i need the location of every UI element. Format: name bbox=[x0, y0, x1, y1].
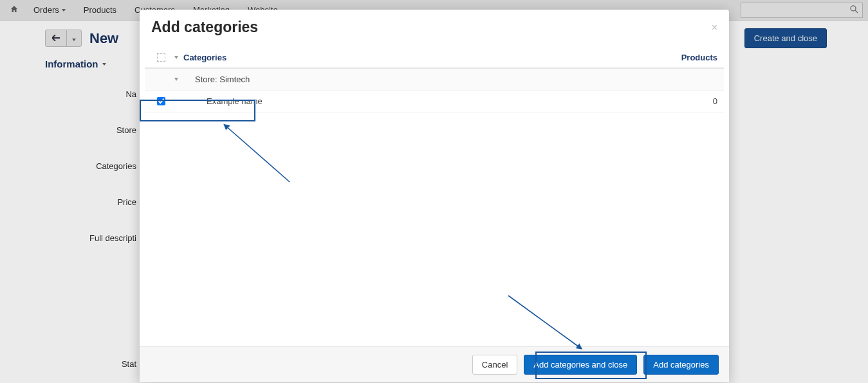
category-product-count: 0 bbox=[660, 96, 717, 106]
category-checkbox[interactable] bbox=[157, 97, 165, 105]
col-products: Products bbox=[660, 53, 717, 62]
store-name: Store: Simtech bbox=[182, 75, 660, 84]
checkbox-icon bbox=[157, 53, 165, 62]
category-name: Example name bbox=[182, 96, 660, 106]
add-categories-and-close-button[interactable]: Add categories and close bbox=[524, 355, 637, 375]
select-all-checkbox[interactable] bbox=[151, 53, 171, 62]
modal-footer: Cancel Add categories and close Add cate… bbox=[140, 346, 729, 382]
store-row: Store: Simtech bbox=[145, 69, 724, 91]
chevron-down-icon bbox=[174, 78, 178, 81]
modal-title: Add categories bbox=[151, 19, 258, 36]
add-categories-button[interactable]: Add categories bbox=[643, 355, 719, 375]
expand-all-toggle[interactable] bbox=[171, 56, 182, 59]
modal-body: Categories Products Store: Simtech Examp… bbox=[140, 48, 729, 346]
category-row[interactable]: Example name 0 bbox=[145, 91, 724, 112]
cancel-button[interactable]: Cancel bbox=[472, 355, 517, 375]
chevron-down-icon bbox=[174, 56, 178, 59]
add-categories-modal: Add categories × Categories Products Sto… bbox=[140, 10, 729, 382]
store-expand-toggle[interactable] bbox=[171, 78, 182, 81]
close-icon[interactable]: × bbox=[712, 22, 717, 33]
categories-table-header: Categories Products bbox=[145, 48, 724, 69]
modal-header: Add categories × bbox=[140, 10, 729, 48]
col-categories: Categories bbox=[182, 53, 660, 62]
